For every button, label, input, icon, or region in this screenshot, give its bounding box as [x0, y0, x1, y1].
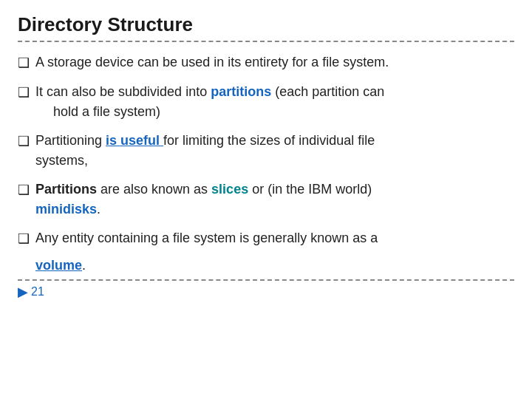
bullet-content-1: A storage device can be used in its enti…: [35, 52, 514, 72]
minidisks-highlight: minidisks: [35, 202, 97, 216]
slices-highlight: slices: [211, 182, 248, 197]
bullet-content-3: Partitioning is useful for limiting the …: [35, 131, 514, 171]
bottom-divider: [18, 279, 514, 281]
nav-area: ▶ 21: [18, 284, 514, 300]
bullet-marker-2: ❑: [18, 83, 35, 103]
bullet-item-5: ❑ Any entity containing a file system is…: [18, 228, 514, 249]
is-useful-highlight: is useful: [106, 133, 163, 148]
bullet-item-3: ❑ Partitioning is useful for limiting th…: [18, 131, 514, 171]
page-number: 21: [31, 285, 44, 299]
bullet-marker-3: ❑: [18, 132, 35, 151]
bullet-item-1: ❑ A storage device can be used in its en…: [18, 52, 514, 73]
bullet-marker-1: ❑: [18, 53, 35, 73]
bullet-item-2: ❑ It can also be subdivided into partiti…: [18, 82, 514, 122]
volume-line: volume.: [35, 258, 514, 273]
partitions-highlight: partitions: [211, 84, 271, 99]
bullet-marker-4: ❑: [18, 180, 35, 200]
top-divider: [18, 41, 514, 42]
volume-text: volume: [35, 258, 82, 273]
bullet-content-4: Partitions are also known as slices or (…: [35, 180, 514, 219]
bullet-content-5: Any entity containing a file system is g…: [35, 228, 514, 248]
nav-arrow-icon[interactable]: ▶: [18, 284, 28, 300]
bullet-content-2: It can also be subdivided into partition…: [35, 82, 514, 122]
bullet-marker-5: ❑: [18, 229, 35, 249]
partitions-bold: Partitions: [35, 182, 97, 197]
page-title: Directory Structure: [18, 13, 514, 36]
bullet-item-4: ❑ Partitions are also known as slices or…: [18, 180, 514, 219]
volume-period: .: [82, 258, 86, 273]
